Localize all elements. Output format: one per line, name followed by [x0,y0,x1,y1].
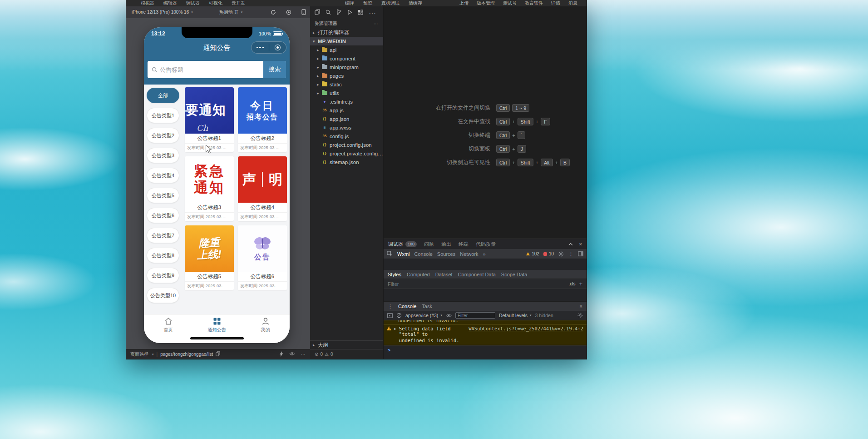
panel-tab[interactable]: 调试器100 [388,241,417,248]
announcement-card[interactable]: 隆重上线!公告标题5发布时间:2025-03-... [185,225,234,290]
more-icon[interactable]: ⋯ [301,352,306,357]
announcement-card[interactable]: 要通知Ch公告标题1发布时间:2025-03-... [185,87,234,152]
devtools-tab[interactable]: Sources [437,251,455,257]
tabbar-item[interactable]: 通知公告 [192,314,241,335]
tabbar-item[interactable]: 首页 [144,314,192,335]
category-pill[interactable]: 全部 [147,88,179,103]
outline-section[interactable]: ▸ 大纲 [310,340,383,349]
inspect-icon[interactable] [387,251,393,257]
menu-item-left-2[interactable]: 调试器 [186,0,200,6]
panel-tab[interactable]: 输出 [441,241,451,248]
panel-tab[interactable]: 代码质量 [476,241,496,248]
tree-item[interactable]: ≡app.wxss [310,123,383,132]
page-path-label[interactable]: 页面路径 [130,351,148,358]
menu-item-middle-3[interactable]: 清缓存 [409,0,422,6]
menu-item-right-1[interactable]: 版本管理 [477,0,495,6]
category-pill[interactable]: 公告类型8 [147,248,179,263]
category-pill[interactable]: 公告类型10 [147,288,179,303]
files-icon[interactable] [315,9,320,17]
kebab-menu-icon[interactable]: ⋮ [388,304,393,309]
add-style-icon[interactable]: + [579,280,582,287]
search-button[interactable]: 搜索 [263,61,286,78]
menu-item-middle-0[interactable]: 编译 [345,0,354,6]
tree-item[interactable]: ▸static [310,80,383,89]
more-icon[interactable]: ⋯ [369,9,376,17]
expand-arrow-icon[interactable]: ▶ [394,327,396,343]
home-indicator[interactable] [190,337,244,339]
phone-icon[interactable] [301,9,306,15]
lightning-icon[interactable] [280,351,283,358]
menu-item-middle-1[interactable]: 预览 [363,0,372,6]
gear-icon[interactable] [558,251,564,257]
eye-icon[interactable] [289,352,295,357]
menu-item-right-2[interactable]: 测试号 [503,0,517,6]
close-icon[interactable]: × [580,304,582,309]
devtools-tab[interactable]: Wxml [397,251,410,257]
category-pill[interactable]: 公告类型9 [147,268,179,283]
announcement-card[interactable]: 公告公告标题6发布时间:2025-03-... [238,225,287,290]
styles-tab[interactable]: Dataset [435,272,453,277]
problems-status[interactable]: ⊘ 0 ⚠ 0 [310,349,383,359]
project-root[interactable]: ▾ MP-WEIXIN [310,37,383,45]
tabbar-item[interactable]: 我的 [241,314,290,335]
category-pill[interactable]: 公告类型4 [147,168,179,183]
menu-item-right-4[interactable]: 详情 [551,0,560,6]
menu-item-left-3[interactable]: 可视化 [209,0,222,6]
gear-icon[interactable] [577,313,583,318]
tree-item[interactable]: ▸api [310,45,383,54]
search-input[interactable] [160,66,263,73]
menu-item-left-4[interactable]: 云开发 [232,0,245,6]
tree-item[interactable]: {}sitemap.json [310,158,383,166]
styles-tab[interactable]: Component Data [458,272,496,277]
menu-item-middle-2[interactable]: 真机调试 [381,0,399,6]
devtools-tab[interactable]: Network [460,251,478,257]
tree-item[interactable]: JSapp.js [310,106,383,115]
tab-overflow-chevron[interactable]: » [483,251,486,257]
search-field[interactable]: 搜索 [148,61,286,78]
open-editors-section[interactable]: ▸ 打开的编辑器 [310,28,383,37]
console-warning-message[interactable]: ▶ Setting data field "total" to WASubCon… [384,324,587,345]
console-tab[interactable]: Console [398,304,416,309]
kebab-menu-icon[interactable]: ⋮ [568,251,573,257]
context-selector[interactable]: appservice (#3) ▾ [405,313,442,318]
tree-item[interactable]: ▸pages [310,71,383,80]
category-pill[interactable]: 公告类型6 [147,208,179,223]
clear-console-icon[interactable] [396,313,402,318]
hot-reload-toggle[interactable]: 热启动 开 ▾ [219,9,243,15]
category-pill[interactable]: 公告类型3 [147,148,179,163]
tree-item[interactable]: ▸miniprogram [310,63,383,71]
console-sidebar-icon[interactable] [387,313,393,318]
more-icon[interactable] [252,47,269,49]
styles-tab[interactable]: Computed [407,272,430,277]
styles-tab[interactable]: Scope Data [501,272,527,277]
menu-item-right-5[interactable]: 消息 [568,0,577,6]
extensions-icon[interactable] [358,9,363,17]
menu-item-right-0[interactable]: 上传 [459,0,469,6]
copy-icon[interactable] [216,351,220,357]
hidden-messages-count[interactable]: 3 hidden [535,313,553,318]
debug-icon[interactable] [347,9,352,17]
log-levels-selector[interactable]: Default levels ▾ [499,313,532,318]
announcement-card[interactable]: 紧急通知公告标题3发布时间:2025-03-... [185,156,234,221]
devtools-tab[interactable]: Console [414,251,433,257]
close-icon[interactable]: × [579,241,582,247]
tree-item[interactable]: ▸utils [310,89,383,97]
refresh-icon[interactable] [271,10,276,15]
more-icon[interactable]: ⋯ [374,21,379,26]
menu-item-right-3[interactable]: 教育软件 [525,0,543,6]
announcement-card[interactable]: 声明公告标题4发布时间:2025-03-... [238,156,287,221]
dock-side-icon[interactable] [578,251,583,256]
category-pill[interactable]: 公告类型2 [147,128,179,143]
search-icon[interactable] [326,9,331,17]
cls-button[interactable]: .cls [568,281,575,286]
styles-tab[interactable]: Styles [388,272,401,277]
expand-panel-icon[interactable] [568,241,573,247]
tree-item[interactable]: ◆.eslintrc.js [310,97,383,106]
source-control-icon[interactable] [336,9,341,17]
tree-item[interactable]: JSconfig.js [310,132,383,140]
eye-icon[interactable] [446,314,452,318]
exit-icon[interactable] [269,45,286,50]
tree-item[interactable]: {}project.config.json [310,140,383,149]
console-tab[interactable]: Task [422,304,432,309]
tree-item[interactable]: ▸component [310,54,383,63]
